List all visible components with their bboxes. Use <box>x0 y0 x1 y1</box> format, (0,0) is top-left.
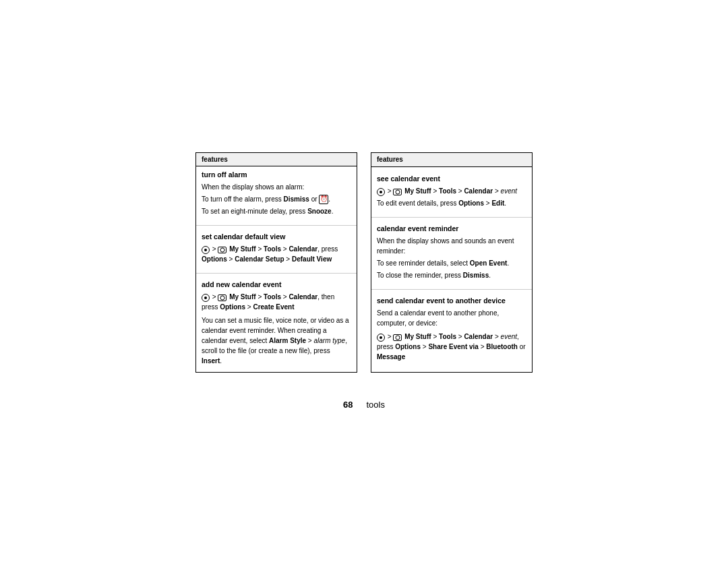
calendar-event-reminder-content: When the display shows and sounds an eve… <box>371 235 532 286</box>
add-new-calendar-event-title: add new calendar event <box>196 276 357 290</box>
page-number: 68 <box>343 400 353 410</box>
cam-icon-2 <box>218 294 226 301</box>
alarm-icon <box>319 195 328 204</box>
right-table-header: features <box>371 152 533 166</box>
left-feature-table: features turn off alarm When the display… <box>195 152 357 373</box>
send-calendar-event-title: send calendar event to another device <box>371 292 532 307</box>
cam-icon-3 <box>393 189 402 195</box>
send-calendar-event-content: Send a calendar event to another phone, … <box>371 307 532 368</box>
add-new-calendar-event-content: > My Stuff > Tools > Calendar, then pres… <box>196 290 357 372</box>
left-table-header: features <box>196 152 357 166</box>
cam-icon <box>218 247 226 253</box>
cam-icon-4 <box>393 334 402 341</box>
see-calendar-event-content: > My Stuff > Tools > Calendar > event To… <box>371 185 532 214</box>
right-feature-table: features see calendar event > My Stuff >… <box>371 152 533 373</box>
turn-off-alarm-title: turn off alarm <box>196 166 357 181</box>
tables-row: features turn off alarm When the display… <box>195 152 533 373</box>
page-container: features turn off alarm When the display… <box>0 139 728 423</box>
see-calendar-event-title: see calendar event <box>371 170 532 185</box>
set-calendar-default-view-title: set calendar default view <box>196 228 357 243</box>
nav-icon-3 <box>377 188 385 196</box>
turn-off-alarm-content: When the display shows an alarm: To turn… <box>196 181 357 222</box>
nav-icon-4 <box>377 334 385 342</box>
page-footer: 68 tools <box>343 400 385 410</box>
nav-icon-2 <box>202 294 210 302</box>
nav-icon <box>202 246 210 254</box>
set-calendar-default-view-content: > My Stuff > Tools > Calendar, press Opt… <box>196 243 357 270</box>
calendar-event-reminder-title: calendar event reminder <box>371 220 532 235</box>
page-label: tools <box>367 400 385 410</box>
